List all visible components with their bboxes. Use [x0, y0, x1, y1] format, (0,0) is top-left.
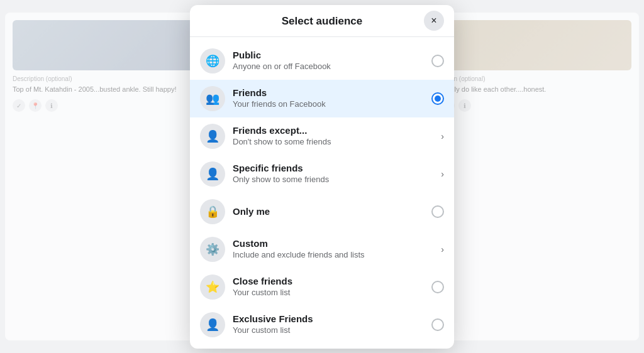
radio-public[interactable] [431, 55, 444, 67]
option-item-only-me[interactable]: 🔒Only me [190, 193, 454, 231]
option-text-only-me: Only me [233, 205, 426, 218]
option-icon-specific-friends: 👤 [200, 161, 225, 187]
option-subtitle-close-friends: Your custom list [233, 288, 426, 298]
option-text-exclusive-friends: Exclusive FriendsYour custom list [233, 313, 426, 335]
chevron-custom: › [441, 244, 444, 254]
radio-exclusive-friends[interactable] [431, 318, 444, 331]
option-text-friends-except: Friends except...Don't show to some frie… [233, 124, 436, 147]
option-icon-friends-except: 👤 [200, 124, 225, 149]
option-subtitle-specific-friends: Only show to some friends [233, 175, 436, 185]
option-text-public: PublicAnyone on or off Facebook [233, 49, 426, 72]
option-item-friends[interactable]: 👥FriendsYour friends on Facebook [190, 80, 454, 117]
modal-title: Select audience [282, 15, 363, 28]
option-title-friends-except: Friends except... [233, 124, 436, 137]
option-title-public: Public [233, 49, 426, 62]
option-icon-custom: ⚙️ [200, 237, 225, 262]
option-title-only-me: Only me [233, 205, 426, 218]
option-title-close-friends: Close friends [233, 275, 426, 288]
option-item-custom[interactable]: ⚙️CustomInclude and exclude friends and … [190, 231, 454, 268]
option-icon-friends: 👥 [200, 86, 225, 111]
option-text-friends: FriendsYour friends on Facebook [233, 87, 426, 109]
option-item-exclusive-friends[interactable]: 👤Exclusive FriendsYour custom list [190, 306, 454, 344]
option-subtitle-custom: Include and exclude friends and lists [233, 250, 436, 261]
chevron-specific-friends: › [441, 169, 444, 179]
option-subtitle-exclusive-friends: Your custom list [233, 325, 426, 336]
option-item-friends-except[interactable]: 👤Friends except...Don't show to some fri… [190, 117, 454, 155]
select-audience-modal: Select audience × 🌐PublicAnyone on or of… [190, 5, 454, 349]
radio-close-friends[interactable] [431, 281, 444, 293]
option-icon-public: 🌐 [200, 48, 225, 73]
option-title-custom: Custom [233, 237, 436, 250]
options-list: 🌐PublicAnyone on or off Facebook👥Friends… [190, 37, 454, 349]
chevron-friends-except: › [441, 131, 444, 141]
modal-header: Select audience × [190, 5, 454, 37]
radio-friends[interactable] [431, 92, 444, 105]
radio-only-me[interactable] [431, 205, 444, 218]
option-text-close-friends: Close friendsYour custom list [233, 275, 426, 298]
option-title-friends: Friends [233, 87, 426, 99]
option-title-exclusive-friends: Exclusive Friends [233, 313, 426, 325]
option-subtitle-public: Anyone on or off Facebook [233, 62, 426, 72]
option-item-public[interactable]: 🌐PublicAnyone on or off Facebook [190, 42, 454, 80]
close-button[interactable]: × [424, 11, 444, 31]
option-icon-exclusive-friends: 👤 [200, 312, 225, 337]
option-icon-only-me: 🔒 [200, 199, 225, 224]
option-item-close-friends[interactable]: ⭐Close friendsYour custom list [190, 268, 454, 306]
option-text-custom: CustomInclude and exclude friends and li… [233, 237, 436, 260]
option-text-specific-friends: Specific friendsOnly show to some friend… [233, 162, 436, 185]
option-item-specific-friends[interactable]: 👤Specific friendsOnly show to some frien… [190, 155, 454, 193]
option-subtitle-friends: Your friends on Facebook [233, 99, 426, 110]
option-subtitle-friends-except: Don't show to some friends [233, 137, 436, 148]
option-title-specific-friends: Specific friends [233, 162, 436, 175]
option-icon-close-friends: ⭐ [200, 274, 225, 300]
